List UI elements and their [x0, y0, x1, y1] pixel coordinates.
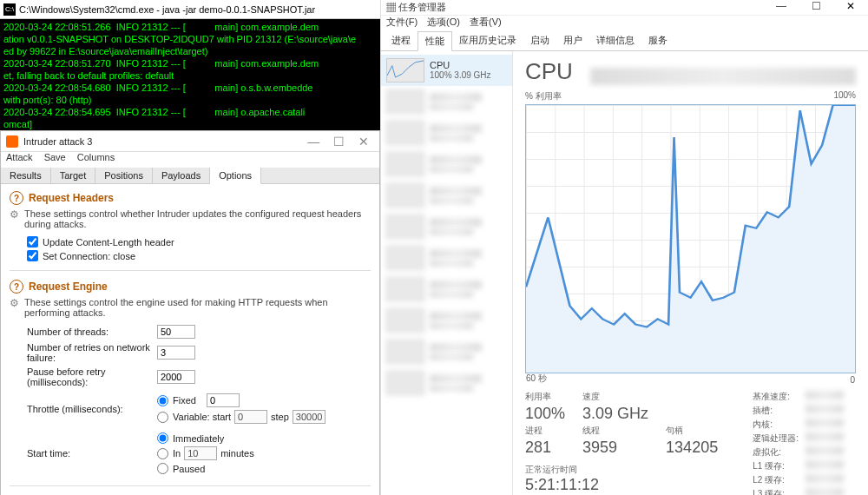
lbl-start-immediately: Immediately: [173, 433, 224, 444]
menu-columns[interactable]: Columns: [77, 152, 115, 162]
sidebar-item-hidden[interactable]: [381, 242, 512, 274]
sidebar-item-hidden[interactable]: [381, 305, 512, 336]
lbl-start-paused: Paused: [173, 464, 205, 474]
lbl-step: step: [271, 412, 289, 422]
cpu-chart: 60 秒 0: [525, 104, 856, 373]
intruder-menu[interactable]: Attack Save Columns: [1, 152, 379, 168]
intruder-tabs: Results Target Positions Payloads Option…: [1, 168, 379, 184]
val-cores: [806, 419, 844, 427]
tmtab-services[interactable]: 服务: [641, 31, 674, 50]
lbl-l3: L3 缓存:: [753, 488, 799, 495]
lbl-util: 利用率: [525, 391, 565, 403]
menu-save[interactable]: Save: [44, 152, 66, 162]
menu-view[interactable]: 查看(V): [470, 16, 502, 27]
lbl-minutes: minutes: [220, 448, 254, 459]
tab-options[interactable]: Options: [210, 168, 261, 184]
tm-window-controls: — ☐ ✕: [764, 0, 868, 15]
tab-results[interactable]: Results: [1, 168, 51, 183]
cmd-titlebar[interactable]: C:\ C:\Windows\System32\cmd.exe - java -…: [0, 0, 380, 19]
lbl-sock: 插槽:: [753, 405, 799, 417]
intruder-options-body: Request Headers These settings control w…: [1, 184, 379, 495]
burp-icon: [6, 135, 18, 148]
lbl-base: 基准速度:: [753, 391, 799, 403]
tmtab-processes[interactable]: 进程: [385, 31, 418, 50]
sidebar-item-hidden[interactable]: [381, 117, 512, 148]
val-uptime: 5:21:11:12: [525, 476, 718, 494]
menu-file[interactable]: 文件(F): [386, 16, 418, 27]
sidebar-item-cpu[interactable]: CPU100% 3.09 GHz: [381, 55, 512, 86]
val-virt: [806, 446, 844, 455]
menu-options[interactable]: 选项(O): [427, 16, 460, 27]
val-l2: [806, 474, 844, 483]
sidebar-item-hidden[interactable]: [381, 274, 512, 305]
tab-payloads[interactable]: Payloads: [153, 168, 210, 183]
val-sock: [806, 405, 844, 413]
tmtab-startup[interactable]: 启动: [523, 31, 556, 50]
sidebar-item-hidden[interactable]: [381, 367, 512, 399]
chk-update-content-length[interactable]: [27, 236, 38, 248]
cpu-heading: CPU: [525, 58, 573, 85]
lbl-throttle-fixed: Fixed: [173, 395, 196, 406]
desc-request-headers: These settings control whether Intruder …: [10, 208, 371, 229]
cmd-window: C:\ C:\Windows\System32\cmd.exe - java -…: [0, 0, 380, 130]
input-throttle-step[interactable]: [293, 410, 326, 424]
radio-start-paused[interactable]: [157, 463, 168, 474]
minimize-button[interactable]: —: [764, 0, 799, 15]
section-request-engine: Request Engine: [10, 280, 371, 294]
lbl-l1: L1 缓存:: [753, 460, 799, 472]
cmd-output: 2020-03-24 22:08:51.266 INFO 21312 --- […: [0, 19, 380, 130]
sidebar-item-hidden[interactable]: [381, 211, 512, 242]
sidebar-cpu-sub: 100% 3.09 GHz: [430, 70, 491, 81]
cpu-line: [526, 105, 855, 373]
cmd-title-text: C:\Windows\System32\cmd.exe - java -jar …: [19, 3, 315, 16]
task-manager-window: ▦ 任务管理器 — ☐ ✕ 文件(F) 选项(O) 查看(V) 进程 性能 应用…: [380, 0, 868, 495]
tmtab-users[interactable]: 用户: [556, 31, 589, 50]
sidebar-item-hidden[interactable]: [381, 148, 512, 180]
y-max: 100%: [833, 90, 856, 102]
lbl-proc: 进程: [525, 425, 565, 437]
close-button[interactable]: ✕: [833, 0, 868, 15]
val-util: 100%: [525, 405, 565, 423]
stats-left: 利用率 速度 100% 3.09 GHz 进程 线程 句柄 281 3959 1…: [525, 391, 718, 457]
tm-titlebar[interactable]: ▦ 任务管理器 — ☐ ✕: [381, 0, 868, 16]
val-l1: [806, 460, 844, 469]
lbl-cores: 内核:: [753, 419, 799, 431]
tmtab-performance[interactable]: 性能: [418, 31, 452, 51]
x-left: 60 秒: [526, 373, 547, 385]
input-threads[interactable]: [157, 325, 195, 339]
tm-menu[interactable]: 文件(F) 选项(O) 查看(V): [381, 16, 868, 31]
input-pause[interactable]: [157, 370, 195, 384]
tab-target[interactable]: Target: [51, 168, 96, 183]
sidebar-item-hidden[interactable]: [381, 180, 512, 211]
radio-start-immediately[interactable]: [157, 432, 168, 444]
lbl-throttle-variable: Variable: start: [173, 412, 231, 422]
radio-start-in[interactable]: [157, 448, 168, 459]
input-start-in[interactable]: [184, 446, 217, 460]
val-speed: 3.09 GHz: [582, 405, 648, 423]
stats-right: 基准速度: 插槽: 内核: 逻辑处理器: 虚拟化: L1 缓存: L2 缓存: …: [753, 391, 844, 495]
val-lproc: [806, 432, 844, 441]
radio-throttle-variable[interactable]: [157, 412, 168, 423]
radio-throttle-fixed[interactable]: [157, 395, 168, 406]
cmd-icon: C:\: [3, 3, 16, 16]
chk-set-connection-close[interactable]: [27, 250, 38, 261]
sidebar-item-hidden[interactable]: [381, 86, 512, 117]
val-hnd: 134205: [666, 439, 718, 457]
intruder-window: Intruder attack 3 — ☐ ✕ Attack Save Colu…: [0, 130, 380, 495]
input-retries[interactable]: [157, 346, 195, 360]
input-throttle-fixed[interactable]: [207, 393, 240, 407]
tmtab-apphistory[interactable]: 应用历史记录: [452, 31, 523, 50]
sidebar-item-hidden[interactable]: [381, 336, 512, 367]
window-controls[interactable]: — ☐ ✕: [307, 135, 374, 148]
intruder-titlebar[interactable]: Intruder attack 3 — ☐ ✕: [1, 131, 379, 152]
menu-attack[interactable]: Attack: [6, 152, 33, 162]
lbl-throttle: Throttle (milliseconds):: [27, 404, 157, 414]
input-throttle-start[interactable]: [234, 410, 267, 424]
lbl-lproc: 逻辑处理器:: [753, 432, 799, 445]
tm-content: CPU processor model % 利用率100% 60 秒 0 利用率…: [513, 51, 868, 495]
tmtab-details[interactable]: 详细信息: [589, 31, 641, 50]
val-base: [806, 391, 844, 399]
x-right: 0: [850, 375, 855, 385]
tab-positions[interactable]: Positions: [95, 168, 153, 183]
maximize-button[interactable]: ☐: [799, 0, 833, 15]
